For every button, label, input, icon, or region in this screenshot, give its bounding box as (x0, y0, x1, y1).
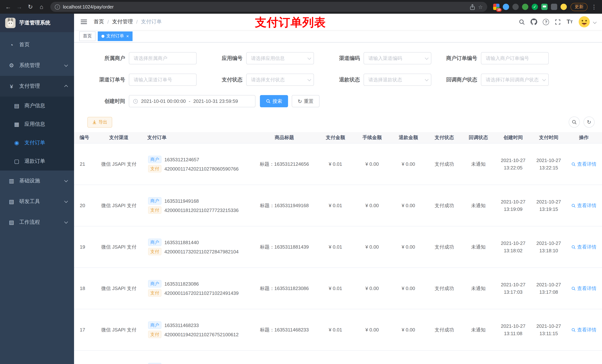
search-icon (572, 119, 577, 125)
cell-created: 2021-10-2713:22:05 (495, 157, 532, 171)
help-icon[interactable]: ? (543, 19, 549, 25)
breadcrumb-home[interactable]: 首页 (94, 19, 104, 25)
cell-fee: ¥ 0.00 (354, 286, 390, 291)
sidebar-item-home[interactable]: ◔ 首页 (0, 34, 74, 55)
merchant-no: 1635311881440 (164, 239, 199, 245)
sidebar-item-refund-order[interactable]: ▢ 退款订单 (0, 152, 74, 171)
search-icon[interactable] (519, 19, 525, 25)
cell-notify: 未通知 (462, 285, 495, 292)
hamburger-icon[interactable] (80, 18, 88, 26)
sidebar-item-merchant-info[interactable]: ▤ 商户信息 (0, 96, 74, 115)
cell-status: 支付成功 (427, 326, 462, 333)
channel-order-no-input[interactable] (129, 74, 197, 86)
cell-paid: 2021-10-2713:19:15 (532, 198, 566, 213)
chevron-down-icon (64, 199, 68, 203)
chevron-down-icon (308, 77, 311, 81)
col-notify: 回调状态 (462, 134, 495, 141)
sidebar-item-workflow[interactable]: ▨ 工作流程 (0, 212, 74, 233)
browser-menu-icon[interactable]: ⋮ (590, 3, 598, 10)
avatar[interactable] (578, 16, 590, 28)
extension-pixel-icon[interactable]: 10 (493, 4, 499, 10)
url-bar[interactable]: i localhost:1024/pay/order ☆ (50, 2, 487, 12)
export-button[interactable]: 导出 (87, 117, 112, 127)
browser-home-button[interactable]: ⌂ (37, 2, 46, 11)
extension-check-icon[interactable]: ✓ (532, 4, 538, 10)
extension-pin-icon[interactable] (551, 4, 557, 10)
pay-no: 4200001167202110271022491439 (164, 290, 239, 296)
sidebar-item-infrastructure[interactable]: ▥ 基础设施 (0, 171, 74, 191)
select-placeholder: 请选择退款状态 (368, 76, 425, 83)
extension-drop-icon[interactable] (503, 4, 509, 10)
sidebar-item-system[interactable]: ⚙ 系统管理 (0, 55, 74, 76)
profile-emoji-icon[interactable] (560, 4, 567, 10)
filter-app-no: 应用编号 请选择应用信息 (205, 52, 316, 64)
merchant-order-no-input[interactable] (481, 52, 549, 64)
merchant-no: 1635311823086 (164, 281, 199, 287)
site-info-icon[interactable]: i (55, 4, 60, 10)
view-detail-link[interactable]: 查看详情 (571, 161, 596, 167)
search-icon (571, 162, 576, 166)
view-detail-link[interactable]: 查看详情 (571, 202, 596, 209)
cell-id: 17 (74, 327, 95, 333)
fullscreen-icon[interactable] (555, 19, 561, 25)
document-icon: ▢ (13, 158, 21, 165)
share-icon[interactable] (470, 4, 475, 10)
tab-pay-order[interactable]: 支付订单 × (98, 31, 133, 41)
cell-refund: ¥ 0.00 (390, 161, 427, 167)
navbar-actions: ? TT (519, 16, 596, 28)
extension-green-icon[interactable] (522, 4, 528, 10)
clock-icon (133, 99, 138, 104)
notify-status-select[interactable]: 请选择订单回调商户状态 (481, 74, 549, 86)
cell-id: 21 (74, 161, 95, 167)
extension-chat-icon[interactable] (541, 4, 548, 10)
table-toolbar: 导出 ↻ (87, 116, 595, 128)
extension-dark-icon[interactable] (512, 4, 519, 10)
search-button[interactable]: 搜索 (260, 95, 288, 107)
toggle-search-button[interactable] (569, 116, 580, 128)
merchant-no: 1635311468233 (164, 322, 199, 328)
view-detail-link[interactable]: 查看详情 (571, 326, 596, 333)
grid-icon: ▦ (13, 121, 21, 128)
refund-status-select[interactable]: 请选择退款状态 (364, 74, 431, 86)
chevron-down-icon (64, 63, 68, 67)
pay-badge: 支付 (148, 207, 161, 214)
github-icon[interactable] (531, 19, 538, 25)
view-detail-link[interactable]: 查看详情 (571, 244, 596, 250)
tab-home[interactable]: 首页 (79, 31, 96, 41)
browser-update-button[interactable]: 更新 (570, 3, 588, 11)
chevron-up-icon (64, 85, 68, 89)
create-time-range-picker[interactable]: 2021-10-01 00:00:00 - 2021-10-31 23:59:5… (129, 95, 256, 107)
cell-pay-order: 商户1635312124657 支付4200001174202110278060… (143, 154, 252, 174)
bookmark-star-icon[interactable]: ☆ (478, 4, 483, 10)
cell-refund: ¥ 0.00 (390, 203, 427, 208)
merchant-badge: 商户 (148, 197, 161, 205)
breadcrumb-payment[interactable]: 支付管理 (112, 19, 133, 25)
pay-status-select[interactable]: 请选择支付状态 (246, 74, 314, 86)
cell-action: 查看详情 (566, 285, 602, 292)
cell-title: 标题：1635311468233 (252, 326, 317, 333)
channel-code-select[interactable]: 请输入渠道编码 (364, 52, 431, 64)
browser-forward-button[interactable]: → (15, 2, 24, 11)
navbar: 首页 / 支付管理 / 支付订单 支付订单列表 ? (74, 14, 602, 30)
browser-reload-button[interactable]: ↻ (26, 2, 35, 11)
sidebar-item-app-info[interactable]: ▦ 应用信息 (0, 115, 74, 134)
refresh-table-button[interactable]: ↻ (583, 116, 595, 128)
font-size-icon[interactable]: TT (567, 19, 573, 25)
sidebar-item-pay-order[interactable]: ◉ 支付订单 (0, 134, 74, 152)
app-no-select[interactable]: 请选择应用信息 (246, 52, 314, 64)
pay-badge: 支付 (148, 331, 161, 338)
extension-badge: 10 (496, 8, 502, 12)
cell-paid: 2021-10-2713:11:15 (532, 322, 566, 337)
col-channel: 支付渠道 (95, 134, 143, 141)
cell-action: 查看详情 (566, 161, 602, 167)
table-row: 17 微信 JSAPI 支付 商户1635311468233 支付4200001… (74, 309, 602, 351)
merchant-input[interactable] (129, 52, 197, 64)
view-detail-link[interactable]: 查看详情 (571, 285, 596, 292)
user-dropdown-caret-icon[interactable] (593, 20, 597, 24)
sidebar-item-dev-tools[interactable]: ▧ 研发工具 (0, 191, 74, 212)
close-icon[interactable]: × (126, 33, 129, 39)
sidebar-item-payment[interactable]: ¥ 支付管理 (0, 76, 74, 96)
browser-back-button[interactable]: ← (4, 2, 13, 11)
reset-button[interactable]: ↻ 重置 (292, 95, 319, 107)
app-logo[interactable]: 芋道管理系统 (0, 14, 74, 32)
